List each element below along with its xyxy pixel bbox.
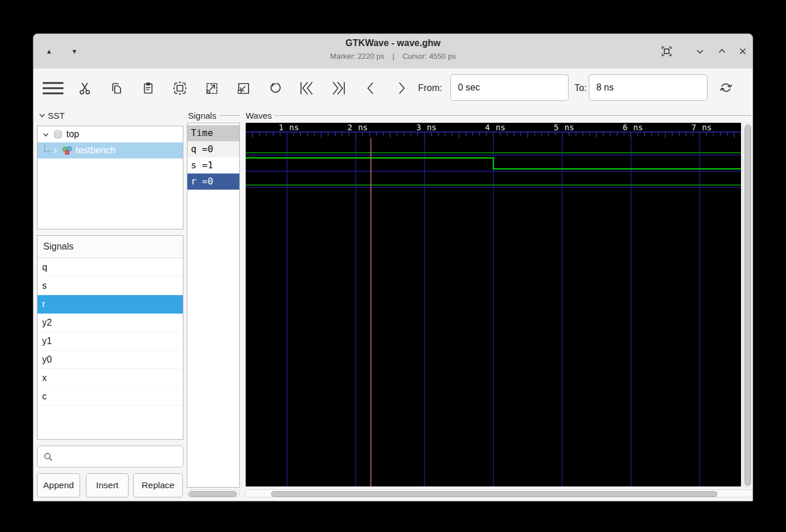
- search-box[interactable]: [37, 446, 183, 467]
- titlebar: ▲ ▼ GTKWave - wave.ghw Marker: 2220 ps|C…: [33, 34, 753, 69]
- gtkwave-window: ▲ ▼ GTKWave - wave.ghw Marker: 2220 ps|C…: [33, 33, 753, 501]
- list-item-y1[interactable]: y1: [37, 332, 183, 350]
- paste-button[interactable]: [137, 75, 160, 101]
- list-item-r[interactable]: r: [37, 295, 183, 314]
- svg-text:6: 6: [623, 123, 627, 132]
- values-list: q =0s =1r =0: [187, 141, 239, 190]
- list-item-y2[interactable]: y2: [37, 314, 183, 332]
- status-subtitle: Marker: 2220 ps|Cursor: 4550 ps: [33, 52, 753, 61]
- list-item-x[interactable]: x: [37, 369, 183, 387]
- step-right-button[interactable]: [390, 75, 413, 101]
- value-row[interactable]: s =1: [187, 157, 239, 173]
- skip-to-start-button[interactable]: [295, 75, 318, 101]
- svg-text:ns: ns: [358, 123, 368, 132]
- value-row[interactable]: q =0: [187, 141, 239, 157]
- from-input[interactable]: [450, 74, 569, 101]
- toolbar: From: To:: [33, 69, 753, 107]
- svg-text:ns: ns: [702, 123, 712, 132]
- zoom-in-full-button[interactable]: [232, 75, 255, 101]
- from-label: From:: [418, 69, 442, 107]
- sst-tree: top testbench: [37, 126, 183, 229]
- close-icon[interactable]: [735, 44, 750, 58]
- list-item-s[interactable]: s: [37, 277, 183, 295]
- cut-button[interactable]: [73, 75, 96, 101]
- zoom-fit-button[interactable]: [168, 75, 191, 101]
- status-separator: |: [393, 52, 394, 61]
- to-input[interactable]: [589, 74, 708, 101]
- values-frame-caption: Signals: [188, 110, 240, 121]
- append-button[interactable]: Append: [37, 473, 80, 497]
- search-input[interactable]: [58, 451, 183, 462]
- database-icon: [52, 129, 63, 140]
- reload-button[interactable]: [714, 74, 738, 101]
- insert-button[interactable]: Insert: [86, 473, 129, 497]
- window-title: GTKWave - wave.ghw: [33, 38, 753, 48]
- signal-browser: Signals qsry2y1y0xc: [37, 235, 183, 440]
- value-row[interactable]: r =0: [187, 173, 239, 190]
- to-label: To:: [574, 69, 586, 107]
- chevron-right-icon[interactable]: [50, 146, 59, 155]
- tree-guide: [44, 145, 50, 152]
- svg-text:7: 7: [691, 123, 696, 132]
- waves-vscrollbar[interactable]: [743, 123, 751, 488]
- wave-canvas[interactable]: 1ns2ns3ns4ns5ns6ns7ns: [246, 123, 741, 486]
- time-header: Time: [187, 125, 239, 141]
- cursor-status: Cursor: 4550 ps: [403, 52, 456, 61]
- step-left-button[interactable]: [359, 75, 382, 101]
- svg-text:ns: ns: [496, 123, 506, 132]
- values-panel: Time q =0s =1r =0: [187, 123, 240, 488]
- svg-text:5: 5: [554, 123, 558, 132]
- values-hscroll-thumb[interactable]: [189, 491, 237, 497]
- tree-row-testbench[interactable]: testbench: [37, 142, 183, 159]
- list-item-c[interactable]: c: [37, 387, 183, 406]
- svg-text:ns: ns: [565, 123, 574, 132]
- minimize-icon[interactable]: [693, 44, 708, 58]
- waveform[interactable]: 1ns2ns3ns4ns5ns6ns7ns: [246, 123, 741, 486]
- svg-text:ns: ns: [289, 123, 299, 132]
- fullscreen-icon[interactable]: [659, 44, 674, 58]
- sst-expander[interactable]: SST: [38, 109, 65, 122]
- svg-text:1: 1: [279, 123, 283, 132]
- waves-vscroll-thumb[interactable]: [744, 124, 751, 486]
- svg-text:ns: ns: [633, 123, 643, 132]
- waves-hscroll-thumb[interactable]: [271, 491, 717, 497]
- module-cubes-icon: [62, 145, 73, 156]
- waves-frame-caption: Waves: [246, 110, 751, 121]
- tree-row-top[interactable]: top: [37, 126, 183, 142]
- copy-button[interactable]: [105, 75, 128, 101]
- list-item-q[interactable]: q: [37, 258, 183, 277]
- undo-button[interactable]: [264, 75, 287, 101]
- list-item-y0[interactable]: y0: [37, 350, 183, 369]
- tree-item-label: testbench: [76, 145, 115, 156]
- svg-text:3: 3: [416, 123, 421, 132]
- signal-list-header: Signals: [37, 236, 183, 258]
- zoom-out-full-button[interactable]: [200, 75, 223, 101]
- signal-list: qsry2y1y0xc: [37, 258, 183, 406]
- menu-button[interactable]: [42, 75, 65, 101]
- svg-text:4: 4: [485, 123, 490, 132]
- waves-hscrollbar[interactable]: [245, 489, 753, 497]
- values-hscrollbar[interactable]: [187, 489, 240, 497]
- svg-text:2: 2: [347, 123, 352, 132]
- replace-button[interactable]: Replace: [133, 473, 183, 497]
- sst-label: SST: [48, 111, 65, 120]
- svg-text:ns: ns: [427, 123, 437, 132]
- maximize-icon[interactable]: [714, 44, 729, 58]
- skip-to-end-button[interactable]: [327, 75, 350, 101]
- marker-status: Marker: 2220 ps: [330, 52, 385, 61]
- tree-item-label: top: [66, 129, 79, 139]
- search-icon: [43, 452, 53, 462]
- chevron-down-icon[interactable]: [41, 130, 50, 139]
